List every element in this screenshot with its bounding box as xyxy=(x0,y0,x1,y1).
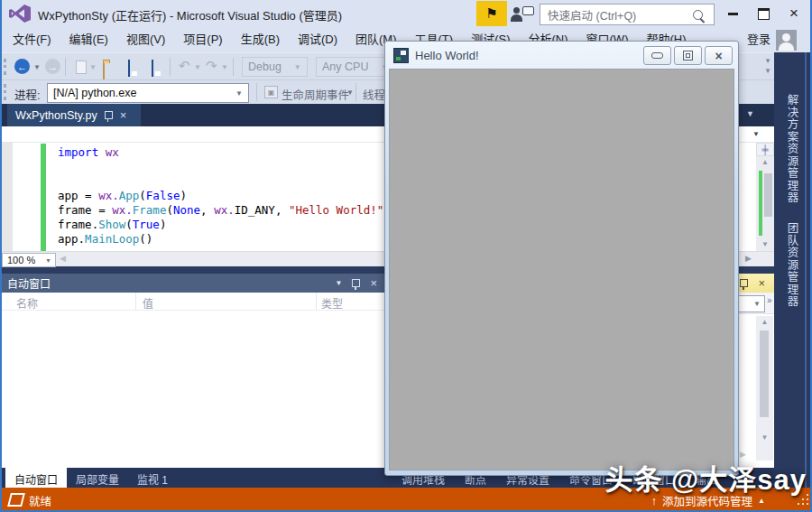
toolbar-grip[interactable] xyxy=(4,59,9,75)
autos-window-title: 自动窗口 xyxy=(7,275,335,291)
search-icon xyxy=(693,10,703,20)
solution-configuration-dropdown[interactable]: Debug▼ xyxy=(242,57,308,77)
back-dropdown-icon[interactable]: ▼ xyxy=(33,63,41,71)
hello-window-client-area[interactable] xyxy=(389,69,734,470)
code-token: wx. xyxy=(98,189,119,202)
autohide-tab[interactable]: 解决方案资源管理器 xyxy=(784,94,801,204)
toolbar-overflow-icon[interactable]: » xyxy=(767,295,772,305)
debug-flag-button[interactable]: ⚑ xyxy=(476,1,507,26)
feedback-icon[interactable] xyxy=(511,5,534,23)
hello-close-button[interactable]: × xyxy=(705,46,733,65)
hello-minimize-button[interactable] xyxy=(643,46,671,65)
column-separator[interactable] xyxy=(316,293,317,311)
lifecycle-events-label[interactable]: 生命周期事件 xyxy=(281,86,349,103)
menu-item[interactable]: 生成(B) xyxy=(232,27,289,52)
quick-launch-search[interactable]: 快速启动 (Ctrl+Q) xyxy=(540,4,715,25)
process-dropdown[interactable]: [N/A] python.exe ▼ xyxy=(47,83,249,103)
code-token: MainLoop xyxy=(85,232,139,246)
document-tab-active[interactable]: WxPythonSty.py × xyxy=(7,104,141,126)
scrollbar-thumb[interactable] xyxy=(760,330,769,417)
code-line: frame.Show(True) xyxy=(58,218,392,232)
column-value[interactable]: 值 xyxy=(143,295,153,311)
close-icon[interactable]: × xyxy=(370,277,377,289)
code-token: "Hello World!" xyxy=(289,203,383,217)
dropdown-icon: ▼ xyxy=(235,89,243,98)
menu-item[interactable]: 调试(D) xyxy=(289,27,346,52)
navbar-dropdown-icon[interactable]: ▼ xyxy=(752,130,760,138)
toolbar-separator xyxy=(170,58,171,76)
undo-dropdown-icon[interactable]: ▼ xyxy=(194,63,201,71)
lifecycle-events-icon[interactable]: ▣ xyxy=(264,86,278,98)
expand-icon: ▲ xyxy=(758,497,765,505)
maximize-button[interactable] xyxy=(751,2,776,25)
scroll-up-icon[interactable]: ▲ xyxy=(756,316,773,329)
navigate-back-button[interactable]: ← xyxy=(14,59,30,74)
menu-item[interactable]: 文件(F) xyxy=(4,27,60,52)
code-token: Frame xyxy=(133,203,167,217)
open-file-icon[interactable] xyxy=(103,62,105,79)
code-token: frame. xyxy=(58,218,98,231)
scroll-right-icon[interactable]: ▶ xyxy=(745,254,752,263)
scroll-up-icon[interactable]: ▲ xyxy=(756,156,774,169)
code-token: True xyxy=(133,218,160,231)
scrollbar-thumb[interactable] xyxy=(764,173,772,217)
scroll-down-icon[interactable]: ▼ xyxy=(756,238,774,251)
menu-item[interactable]: 项目(P) xyxy=(174,27,231,52)
solution-platform-dropdown[interactable]: Any CPU▼ xyxy=(316,57,394,77)
redo-dropdown-icon[interactable]: ▼ xyxy=(221,63,228,71)
code-token xyxy=(98,145,106,159)
pin-icon[interactable] xyxy=(740,279,748,287)
column-name[interactable]: 名称 xyxy=(16,295,38,311)
window-title: WxPythonSty (正在运行) - Microsoft Visual St… xyxy=(38,6,342,23)
close-button[interactable]: × xyxy=(781,2,807,25)
menu-item[interactable]: 编辑(E) xyxy=(60,27,117,52)
column-separator[interactable] xyxy=(135,293,136,311)
toolbar-grip[interactable] xyxy=(4,84,9,100)
sign-in-link[interactable]: 登录 xyxy=(747,27,770,52)
document-list-dropdown-icon[interactable]: ▼ xyxy=(746,109,754,118)
close-tab-icon[interactable]: × xyxy=(120,109,127,121)
code-token: ) xyxy=(160,218,167,231)
autos-column-headers: 名称 值 类型 xyxy=(0,293,386,311)
editor-splitter-handle[interactable]: ╪ xyxy=(756,143,774,156)
minimize-button[interactable] xyxy=(720,2,745,25)
code-token: frame = xyxy=(58,203,112,217)
minimize-icon xyxy=(728,13,738,15)
code-token: () xyxy=(139,232,152,246)
save-all-icon[interactable] xyxy=(152,60,153,77)
redo-icon[interactable]: ↷ xyxy=(206,60,217,72)
new-file-icon[interactable] xyxy=(76,61,87,74)
hello-window-controls: × xyxy=(643,46,733,65)
undo-icon[interactable]: ↶ xyxy=(179,60,190,72)
toolbar-overflow-button[interactable]: ▾▾ xyxy=(761,56,774,78)
window-position-dropdown-icon[interactable]: ▼ xyxy=(335,279,342,287)
user-avatar[interactable] xyxy=(776,30,797,51)
code-token: wx xyxy=(106,145,119,159)
lifecycle-dropdown-icon[interactable]: ▼ xyxy=(346,88,354,97)
navigate-forward-button[interactable]: → xyxy=(45,59,60,74)
autohide-tab[interactable]: 团队资源管理器 xyxy=(784,222,801,308)
code-line: frame = wx.Frame(None, wx.ID_ANY, "Hello… xyxy=(58,203,392,218)
toolbar-separator xyxy=(233,58,234,76)
feedback-body xyxy=(511,14,522,22)
feedback-bubble xyxy=(522,6,534,15)
hello-world-window[interactable]: Hello World! × xyxy=(384,41,739,476)
autos-window-header[interactable]: 自动窗口 ▼ × xyxy=(0,274,386,293)
wxpython-app-icon xyxy=(393,48,409,63)
pin-icon[interactable] xyxy=(352,279,360,287)
scroll-down-icon[interactable]: ▼ xyxy=(756,432,773,444)
code-token: ID_ANY xyxy=(235,203,275,217)
editor-zoom-dropdown[interactable]: 100 % ▼ xyxy=(2,253,56,267)
save-icon[interactable] xyxy=(128,60,130,77)
new-file-dropdown-icon[interactable]: ▼ xyxy=(89,63,97,71)
column-type[interactable]: 类型 xyxy=(321,295,343,311)
close-icon[interactable]: × xyxy=(758,277,765,289)
code-line xyxy=(58,174,392,189)
code-text[interactable]: import wx app = wx.App(False)frame = wx.… xyxy=(58,145,392,247)
autos-window-body[interactable] xyxy=(0,311,386,468)
menu-item[interactable]: 视图(V) xyxy=(117,27,174,52)
scroll-left-icon[interactable]: ◀ xyxy=(60,254,66,263)
breakpoint-margin[interactable] xyxy=(0,143,13,251)
pin-icon[interactable] xyxy=(105,111,113,119)
hello-maximize-button[interactable] xyxy=(674,46,702,65)
